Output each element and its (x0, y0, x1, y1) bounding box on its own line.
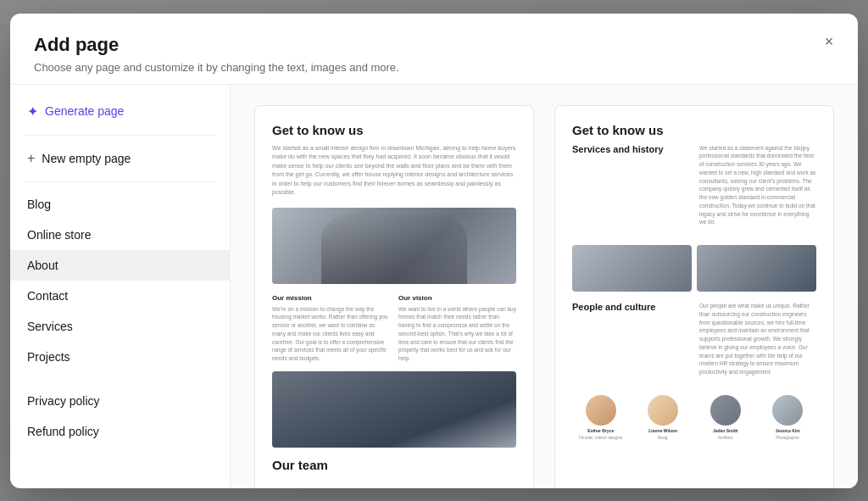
preview-left-team-heading: Our team (272, 458, 516, 472)
sidebar-divider-2 (24, 181, 216, 182)
sidebar-item-projects[interactable]: Projects (10, 342, 230, 372)
people-culture-body: Our people are what make us unique. Rath… (699, 302, 816, 376)
modal-body: ✦ Generate page + New empty page Blog On… (10, 85, 858, 488)
people-culture-title: People and culture (572, 302, 689, 312)
arch-image (272, 208, 516, 284)
people-culture-title-col: People and culture (572, 302, 689, 385)
generate-page-button[interactable]: ✦ Generate page (10, 95, 230, 128)
avatar-item-1: Lianne Wilson Desig. (635, 395, 693, 440)
sidebar-item-about[interactable]: About (10, 250, 230, 281)
vision-text: We want to live in a world where people … (398, 305, 516, 363)
preview-right-heading: Get to know us (572, 123, 816, 137)
modal-subtitle: Choose any page and customize it by chan… (34, 61, 834, 74)
sidebar-item-privacy-policy[interactable]: Privacy policy (10, 386, 230, 416)
sidebar: ✦ Generate page + New empty page Blog On… (10, 85, 231, 488)
sidebar-item-services[interactable]: Services (10, 311, 230, 342)
people-culture-text-col: Our people are what make us unique. Rath… (699, 302, 816, 385)
services-history-col: Services and history (572, 144, 689, 236)
avatar-lianne (648, 395, 678, 426)
modal-overlay: Add page Choose any page and customize i… (0, 0, 868, 501)
avatar-lianne-name: Lianne Wilson (648, 428, 677, 433)
services-body: We started as a statement against the sl… (699, 144, 816, 227)
modal-title: Add page (34, 34, 834, 56)
mission-col: Our mission We're on a mission to change… (272, 294, 390, 363)
new-empty-page-button[interactable]: + New empty page (10, 142, 230, 175)
sidebar-gap (10, 372, 230, 386)
vision-col: Our vision We want to live in a world wh… (398, 294, 516, 363)
modal-container: Add page Choose any page and customize i… (10, 14, 858, 488)
avatar-esther-name: Esther Bryce (587, 428, 614, 433)
services-title: Services and history (572, 144, 689, 154)
building-image (272, 371, 516, 448)
mission-heading: Our mission (272, 294, 390, 302)
avatar-lianne-role: Desig. (658, 436, 669, 440)
avatar-jessica-role: Photographer (776, 436, 799, 440)
preview-left-mission-vision: Our mission We're on a mission to change… (272, 294, 516, 363)
mission-text: We're on a mission to change the way the… (272, 305, 390, 363)
avatar-item-0: Esther Bryce Founder, Interior designer (572, 395, 630, 440)
sidebar-item-contact[interactable]: Contact (10, 281, 230, 311)
preview-left-image-top (272, 208, 516, 284)
preview-left-image-bottom (272, 371, 516, 448)
avatar-jaden-name: Jaden Smith (713, 428, 738, 433)
close-button[interactable]: × (817, 31, 841, 54)
right-people-row: People and culture Our people are what m… (572, 302, 816, 385)
sidebar-divider-1 (24, 135, 216, 136)
avatar-esther (586, 395, 616, 426)
sparkle-icon: ✦ (27, 103, 38, 120)
avatar-jessica (772, 395, 803, 426)
avatar-esther-role: Founder, Interior designer (579, 436, 623, 440)
avatar-jaden (710, 395, 741, 426)
right-image-2 (697, 245, 816, 292)
avatars-row: Esther Bryce Founder, Interior designer … (572, 395, 816, 440)
avatar-jessica-name: Jessica Kim (776, 428, 800, 433)
vision-heading: Our vision (398, 294, 516, 302)
sidebar-item-refund-policy[interactable]: Refund policy (10, 416, 230, 447)
right-image-1 (572, 245, 692, 292)
avatar-item-3: Jessica Kim Photographer (760, 395, 817, 440)
avatar-item-2: Jaden Smith Architect (697, 395, 754, 440)
preview-left-body: We started as a small interior design fi… (272, 144, 516, 198)
preview-right-images (572, 245, 816, 292)
plus-icon: + (27, 151, 35, 166)
preview-card-left[interactable]: Get to know us We started as a small int… (254, 105, 534, 488)
right-services-row: Services and history We started as a sta… (572, 144, 816, 236)
preview-card-right[interactable]: Get to know us Services and history We s… (554, 105, 834, 488)
avatar-jaden-role: Architect (718, 436, 733, 440)
sidebar-item-blog[interactable]: Blog (10, 189, 230, 220)
preview-left-heading: Get to know us (272, 123, 516, 137)
previews-grid: Get to know us We started as a small int… (254, 105, 834, 488)
content-area: Get to know us We started as a small int… (231, 85, 858, 488)
services-history-text-col: We started as a statement against the sl… (699, 144, 816, 236)
modal-header: Add page Choose any page and customize i… (10, 14, 858, 85)
sidebar-item-online-store[interactable]: Online store (10, 220, 230, 250)
